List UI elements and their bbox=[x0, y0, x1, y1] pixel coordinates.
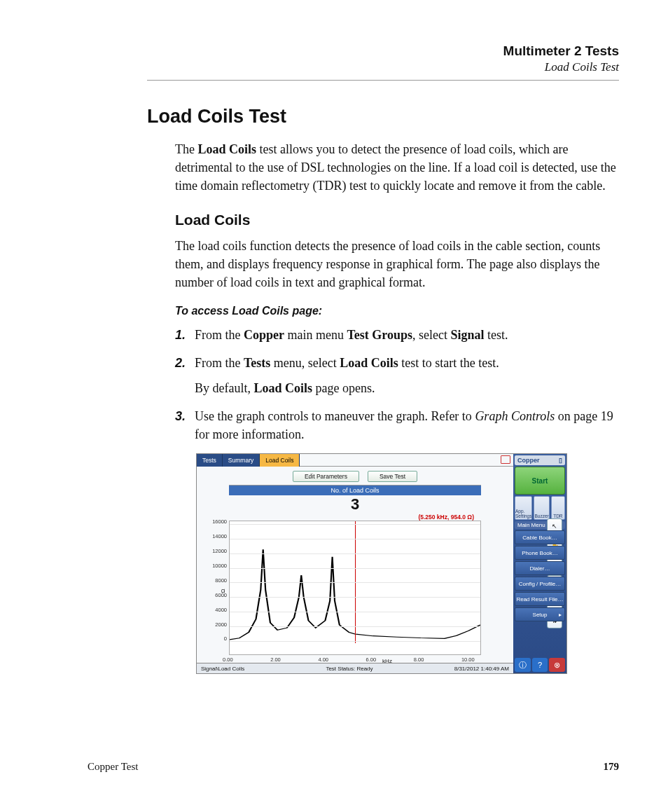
sidebar-item-setup[interactable]: Setup▸ bbox=[515, 607, 565, 621]
sidebar-item-dialer[interactable]: Dialer… bbox=[515, 561, 565, 575]
sidebar-item-label: Setup bbox=[533, 612, 548, 618]
y-tick-label: 14000 bbox=[209, 533, 227, 539]
y-tick-label: 0 bbox=[209, 635, 227, 642]
tab-summary[interactable]: Summary bbox=[223, 454, 260, 467]
mini-label: TDR bbox=[553, 514, 562, 518]
y-tick-label: 10000 bbox=[209, 563, 227, 569]
load-coils-banner: No. of Load Coils bbox=[229, 485, 481, 495]
step-1: 1. From the Copper main menu Test Groups… bbox=[175, 326, 619, 344]
y-tick-label: 12000 bbox=[209, 548, 227, 554]
procedure-title: To access Load Coils page: bbox=[175, 305, 619, 317]
tab-load-coils[interactable]: Load Coils bbox=[260, 454, 300, 467]
footer-left: Copper Test bbox=[88, 761, 138, 773]
status-center: Test Status: Ready bbox=[326, 666, 373, 672]
intro-bold: Load Coils bbox=[197, 142, 256, 156]
section-subtitle: Load Coils Test bbox=[49, 60, 619, 74]
page-title: Load Coils Test bbox=[147, 106, 619, 128]
sidebar-item-phone-book[interactable]: Phone Book… bbox=[515, 546, 565, 560]
app-sidebar: Copper ▯ Start App. Settings Buzzer TDR … bbox=[513, 454, 566, 673]
intro-pre: The bbox=[175, 142, 197, 156]
sidebar-title: Copper bbox=[517, 457, 540, 464]
help-icon[interactable]: ? bbox=[532, 658, 548, 672]
tdr-button[interactable]: TDR bbox=[551, 496, 565, 520]
x-tick-label: 0.00 bbox=[223, 656, 233, 663]
y-tick-label: 2000 bbox=[209, 621, 227, 628]
sidebar-header: Copper ▯ bbox=[515, 455, 565, 465]
page-number: 179 bbox=[604, 761, 620, 773]
tab-bar: Tests Summary Load Coils bbox=[197, 454, 513, 467]
tab-tests[interactable]: Tests bbox=[197, 454, 223, 467]
status-bar: Signal\Load Coils Test Status: Ready 8/3… bbox=[197, 663, 513, 673]
chevron-right-icon: ▸ bbox=[559, 612, 562, 618]
step-number: 1. bbox=[175, 326, 195, 344]
status-path: Signal\Load Coils bbox=[201, 666, 244, 672]
close-icon[interactable]: ⊗ bbox=[549, 658, 565, 672]
tab-filler bbox=[300, 454, 513, 467]
header-divider bbox=[147, 80, 619, 81]
x-axis-label: kHz bbox=[261, 658, 513, 664]
sidebar-item-cable-book[interactable]: Cable Book… bbox=[515, 530, 565, 544]
app-settings-button[interactable]: App. Settings bbox=[515, 496, 532, 520]
step-text: Use the graph controls to maneuver the g… bbox=[195, 407, 619, 443]
subsection-intro: The load coils function detects the pres… bbox=[175, 237, 619, 291]
step-number: 3. bbox=[175, 407, 195, 443]
cursor-readout: (5.250 kHz, 954.0 Ω) bbox=[197, 514, 474, 521]
chart-area[interactable]: Ω 0200040006000800010000120001400016000 … bbox=[229, 521, 481, 655]
step-text: From the Copper main menu Test Groups, s… bbox=[195, 326, 619, 344]
subsection-title: Load Coils bbox=[175, 212, 619, 228]
app-main-panel: Tests Summary Load Coils Edit Parameters… bbox=[197, 454, 513, 673]
info-icon[interactable]: ⓘ bbox=[515, 658, 531, 672]
sidebar-item-read-result[interactable]: Read Result File… bbox=[515, 592, 565, 606]
y-tick-label: 8000 bbox=[209, 577, 227, 584]
save-test-button[interactable]: Save Test bbox=[368, 471, 417, 482]
sidebar-item-config-profile[interactable]: Config / Profile… bbox=[515, 577, 565, 591]
step-text: From the Tests menu, select Load Coils t… bbox=[195, 354, 619, 397]
start-button[interactable]: Start bbox=[515, 467, 565, 495]
buzzer-button[interactable]: Buzzer bbox=[534, 496, 549, 520]
battery-icon: ▯ bbox=[559, 457, 562, 464]
y-tick-label: 4000 bbox=[209, 607, 227, 613]
y-tick-label: 6000 bbox=[209, 592, 227, 598]
step-3: 3. Use the graph controls to maneuver th… bbox=[175, 407, 619, 443]
status-time: 8/31/2012 1:40:49 AM bbox=[454, 666, 509, 672]
app-screenshot: Tests Summary Load Coils Edit Parameters… bbox=[196, 453, 567, 674]
step-number: 2. bbox=[175, 354, 195, 397]
edit-parameters-button[interactable]: Edit Parameters bbox=[293, 471, 359, 482]
step-2: 2. From the Tests menu, select Load Coil… bbox=[175, 354, 619, 397]
y-tick-label: 16000 bbox=[209, 518, 227, 525]
mini-label: App. Settings bbox=[515, 509, 531, 518]
indicator-icon bbox=[501, 455, 510, 464]
intro-paragraph: The Load Coils test allows you to detect… bbox=[175, 140, 619, 195]
mini-label: Buzzer bbox=[534, 514, 548, 518]
chapter-title: Multimeter 2 Tests bbox=[49, 43, 619, 59]
load-coils-count: 3 bbox=[197, 495, 513, 514]
